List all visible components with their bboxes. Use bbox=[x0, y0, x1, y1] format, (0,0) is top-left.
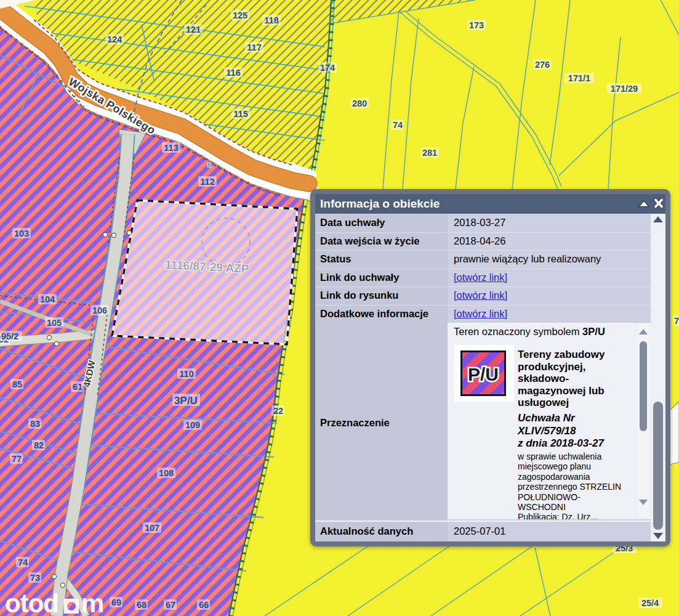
svg-text:121: 121 bbox=[186, 25, 201, 34]
svg-text:77: 77 bbox=[12, 454, 22, 464]
svg-text:281: 281 bbox=[422, 148, 437, 158]
svg-text:95/2: 95/2 bbox=[1, 331, 18, 341]
svg-text:106: 106 bbox=[92, 306, 107, 315]
svg-text:68: 68 bbox=[137, 600, 147, 610]
svg-text:117: 117 bbox=[247, 43, 261, 52]
svg-text:8: 8 bbox=[207, 161, 211, 169]
svg-text:276: 276 bbox=[535, 60, 550, 70]
svg-text:173: 173 bbox=[469, 20, 484, 30]
svg-text:22: 22 bbox=[273, 406, 283, 416]
svg-text:66: 66 bbox=[199, 600, 209, 610]
svg-text:73: 73 bbox=[30, 573, 40, 583]
svg-text:116: 116 bbox=[226, 68, 240, 78]
svg-text:112: 112 bbox=[200, 177, 214, 187]
svg-text:3P/U: 3P/U bbox=[174, 395, 198, 407]
svg-text:118: 118 bbox=[264, 15, 278, 25]
svg-text:82: 82 bbox=[34, 440, 44, 450]
svg-text:7: 7 bbox=[674, 316, 679, 326]
svg-text:174: 174 bbox=[320, 63, 335, 73]
svg-text:280: 280 bbox=[352, 99, 367, 108]
svg-text:107: 107 bbox=[145, 523, 159, 533]
svg-text:108: 108 bbox=[159, 468, 174, 478]
svg-text:171/29: 171/29 bbox=[611, 84, 638, 94]
svg-text:85: 85 bbox=[12, 379, 22, 389]
svg-text:105: 105 bbox=[47, 318, 62, 328]
svg-text:171/1: 171/1 bbox=[568, 73, 590, 83]
svg-text:125: 125 bbox=[233, 10, 247, 20]
svg-text:otod: otod bbox=[5, 590, 58, 616]
svg-text:83: 83 bbox=[30, 419, 40, 429]
svg-text:67: 67 bbox=[166, 600, 175, 610]
svg-text:124: 124 bbox=[107, 34, 122, 44]
svg-text:74: 74 bbox=[393, 120, 403, 130]
svg-text:109: 109 bbox=[185, 420, 200, 430]
svg-text:113: 113 bbox=[164, 143, 178, 153]
svg-text:P/U: P/U bbox=[468, 364, 499, 384]
svg-text:103: 103 bbox=[14, 229, 29, 238]
svg-text:m: m bbox=[81, 590, 103, 616]
svg-text:104: 104 bbox=[40, 294, 55, 304]
svg-text:115: 115 bbox=[233, 109, 247, 119]
svg-text:25/4: 25/4 bbox=[641, 598, 659, 608]
svg-text:110: 110 bbox=[179, 369, 193, 379]
svg-text:74: 74 bbox=[18, 557, 28, 567]
